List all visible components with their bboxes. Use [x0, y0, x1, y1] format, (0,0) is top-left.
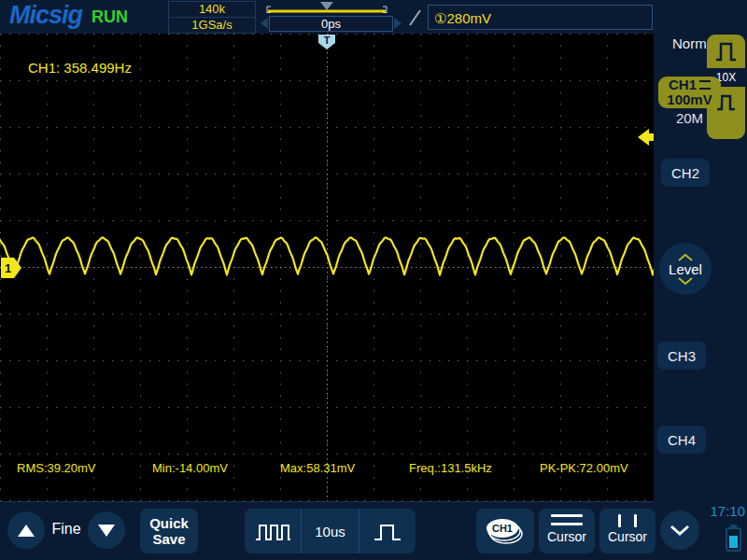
horizontal-position-box[interactable]: 0ps	[269, 16, 393, 32]
clock-readout: 17:10	[702, 503, 745, 519]
ch2-button[interactable]: CH2	[661, 159, 710, 187]
sample-depth-value: 140k	[169, 2, 255, 17]
trigger-level-value: ①280mV	[434, 10, 491, 26]
measurement-min: Min:-14.00mV	[152, 461, 228, 475]
svg-text:T: T	[324, 35, 331, 46]
horizontal-cursor-button[interactable]: Cursor	[539, 509, 595, 553]
svg-text:1: 1	[5, 261, 11, 275]
ch3-button[interactable]: CH3	[657, 342, 706, 370]
vertical-cursor-label: Cursor	[608, 529, 647, 544]
chevron-down-icon	[669, 525, 691, 537]
trigger-position-marker[interactable]: T	[318, 35, 335, 49]
channel-stack-icon: CH1	[483, 514, 528, 548]
zoom-out-timebase-button[interactable]	[245, 509, 301, 553]
zoom-in-timebase-button[interactable]	[359, 509, 416, 553]
decrement-button[interactable]	[88, 511, 125, 549]
pulse-train-icon	[253, 519, 292, 543]
more-menu-button[interactable]	[660, 511, 699, 550]
hpos-left-arrow-icon[interactable]	[261, 18, 268, 29]
timebase-group: 10us	[245, 509, 416, 553]
horizontal-cursor-icon	[551, 514, 583, 525]
ch1-waveform-trace	[0, 237, 654, 274]
coupling-icon	[699, 80, 711, 90]
timebase-pointer-icon[interactable]	[320, 2, 333, 10]
measurement-rms: RMS:39.20mV	[17, 461, 96, 475]
trigger-level-box[interactable]: ①280mV	[428, 5, 653, 30]
triangle-down-icon	[98, 525, 115, 537]
pulse-icon	[714, 39, 739, 63]
single-pulse-icon	[372, 519, 403, 543]
ch1-button[interactable]: CH1 100mV	[658, 77, 721, 108]
vertical-cursor-icon	[612, 514, 643, 527]
timebase-value[interactable]: 10us	[301, 509, 358, 553]
brand-logo: Micsig	[9, 1, 82, 30]
ch1-scale-value: 100mV	[667, 92, 712, 107]
measurement-max: Max:58.31mV	[280, 461, 355, 475]
ch1-frequency-readout: CH1: 358.499Hz	[28, 60, 132, 76]
acquisition-box[interactable]: 140k 1GSa/s	[168, 1, 256, 34]
fine-adjust-label[interactable]: Fine	[47, 521, 86, 538]
run-status[interactable]: RUN	[92, 7, 128, 27]
oscilloscope-app: Micsig RUN 140k 1GSa/s 0ps ①280mV T	[0, 0, 747, 560]
battery-icon	[726, 527, 741, 552]
triangle-up-icon	[18, 525, 35, 537]
level-button-label: Level	[669, 261, 702, 277]
top-bar: Micsig RUN 140k 1GSa/s 0ps ①280mV	[0, 0, 747, 34]
waveform-display[interactable]: T 1 CH1: 358.499Hz RMS:39.20mV Min:-14.0…	[0, 34, 654, 503]
right-sidebar: Normal 10X CH1 100mV 20M CH2 Level CH3	[654, 34, 747, 502]
increment-button[interactable]	[7, 511, 45, 549]
rising-slope-icon[interactable]	[408, 7, 423, 28]
quick-save-button[interactable]: Quick Save	[140, 509, 198, 553]
scope-grid-and-trace: T 1	[0, 34, 654, 501]
bottom-toolbar: Fine Quick Save 10us CH1	[0, 502, 747, 560]
measurement-freq: Freq.:131.5kHz	[409, 461, 492, 475]
ch4-button[interactable]: CH4	[657, 426, 706, 454]
chevron-down-icon	[676, 277, 695, 285]
ch1-button-label: CH1	[669, 77, 697, 92]
measurement-pkpk: PK-PK:72.00mV	[540, 461, 628, 475]
vertical-cursor-button[interactable]: Cursor	[599, 509, 655, 553]
horizontal-cursor-label: Cursor	[547, 529, 586, 544]
level-button[interactable]: Level	[659, 243, 712, 295]
hpos-right-arrow-icon[interactable]	[394, 18, 402, 29]
quick-save-label-line2: Save	[152, 531, 185, 547]
trigger-level-marker[interactable]	[638, 129, 654, 146]
channel-select-button[interactable]: CH1	[476, 509, 534, 553]
horizontal-position-value: 0ps	[321, 17, 341, 31]
svg-text:CH1: CH1	[492, 523, 513, 534]
sample-rate-value: 1GSa/s	[169, 17, 255, 33]
quick-save-label-line1: Quick	[149, 515, 189, 531]
bandwidth-label[interactable]: 20M	[658, 110, 721, 126]
chevron-up-icon	[676, 254, 695, 261]
timebase-window-indicator[interactable]	[264, 1, 389, 15]
